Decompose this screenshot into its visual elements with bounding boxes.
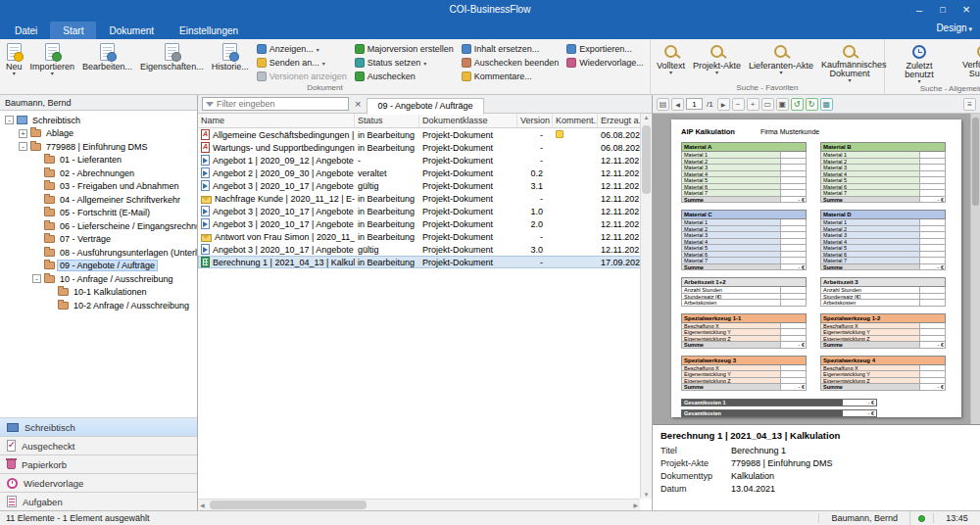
table-row[interactable]: Wartungs- und Supportbedingungen | - | A… (198, 141, 652, 154)
projekt-akte-suche-button[interactable]: Projekt-Akte (689, 40, 745, 83)
tree-item-07-vertraege[interactable]: 07 - Verträge (2, 233, 197, 247)
table-row[interactable]: Angebot 3 | 2020_10_17 | Angebote / Nach… (198, 205, 652, 217)
tree-item-05-fortschritt[interactable]: 05 - Fortschritt (E-Mail) (2, 207, 197, 220)
wiedervorlage-button[interactable]: Wiedervorlage... (566, 57, 644, 69)
tree-expander[interactable]: - (5, 116, 14, 124)
preview-menu-icon[interactable] (963, 98, 976, 111)
tree-item-06-lieferscheine[interactable]: 06 - Lieferscheine / Eingangsrechnungen (2, 219, 197, 233)
design-menu[interactable]: Design (936, 23, 972, 33)
rotate-left-icon[interactable] (791, 98, 804, 111)
minimize-button[interactable] (907, 0, 931, 19)
tree-expander[interactable]: + (19, 129, 27, 138)
scrollbar-thumb[interactable] (642, 125, 651, 194)
tree-item-09-angebote[interactable]: 09 - Angebote / Aufträge (2, 260, 197, 273)
tree-item-projekt-akte[interactable]: -779988 | Einführung DMS (2, 140, 197, 154)
tab-close-icon[interactable] (355, 98, 361, 110)
vertical-scrollbar[interactable] (640, 114, 652, 499)
sidebar-item-ausgecheckt[interactable]: Ausgecheckt (0, 436, 197, 454)
button-label: Inhalt ersetzen... (474, 44, 540, 54)
tree-item-04-schriftverkehr[interactable]: 04 - Allgemeiner Schriftverkehr (2, 193, 197, 207)
thumbnail-view-icon[interactable] (820, 98, 833, 111)
menu-tab-start[interactable]: Start (50, 22, 96, 39)
neu-button[interactable]: Neu (2, 40, 26, 83)
tree-item-01-lieferanten[interactable]: 01 - Lieferanten (2, 154, 197, 167)
exportieren-button[interactable]: Exportieren... (566, 43, 644, 55)
importieren-button[interactable]: Importieren (26, 40, 79, 83)
close-button[interactable] (955, 0, 978, 19)
scrollbar-thumb[interactable] (972, 118, 979, 206)
senden-an-button[interactable]: Senden an... (257, 57, 347, 69)
column-header-dokumentklasse[interactable]: Dokumentklasse (419, 114, 517, 127)
sidebar-item-papierkorb[interactable]: Papierkorb (0, 454, 197, 473)
scrollbar-thumb[interactable] (210, 501, 367, 509)
sidebar-item-aufgaben[interactable]: Aufgaben (0, 492, 197, 510)
table-row[interactable]: Nachfrage Kunde | 2020_11_12 | E-Mailin … (198, 192, 652, 205)
zoom-out-icon[interactable] (732, 98, 745, 111)
page-number-input[interactable] (686, 98, 703, 110)
table-row[interactable]: Angebot 3 | 2020_10_17 | Angebote / Nach… (198, 179, 652, 192)
tree-item-02-abrechnungen[interactable]: 02 - Abrechnungen (2, 167, 197, 180)
historie-button[interactable]: Historie... (208, 40, 253, 83)
table-row[interactable]: Angebot 3 | 2020_10_17 | Angebote / Nach… (198, 217, 652, 230)
zoom-in-icon[interactable] (747, 98, 760, 111)
scroll-up-icon[interactable] (641, 115, 652, 120)
list-toolbar: 09 - Angebote / Aufträge (198, 95, 652, 114)
lieferanten-akte-suche-button[interactable]: Lieferanten-Akte (745, 40, 817, 83)
print-icon[interactable] (657, 98, 669, 111)
status-setzen-button[interactable]: Status setzen (355, 57, 454, 69)
table-row[interactable]: Angebot 1 | 2020_09_12 | Angebote / Nach… (198, 154, 652, 167)
tree-item-10-1-kalkulationen[interactable]: 10-1 Kalkulationen (2, 286, 197, 300)
rotate-right-icon[interactable] (806, 98, 818, 111)
filter-input[interactable] (217, 99, 345, 109)
table-row-selected[interactable]: Berechnung 1 | 2021_04_13 | Kalkulationi… (198, 256, 652, 268)
ribbon-group-label: Suche - Favoriten (653, 83, 882, 94)
next-page-icon[interactable] (717, 98, 730, 111)
sidebar-item-wiedervorlage[interactable]: Wiedervorlage (0, 473, 197, 492)
inhalt-ersetzen-button[interactable]: Inhalt ersetzen... (462, 43, 560, 55)
tree-item-08-ausfuehrungsunterlagen[interactable]: 08 - Ausführungsunterlagen (Unterlagen d… (2, 246, 197, 260)
menu-bar: Datei Start Dokument Einstellungen Desig… (0, 19, 980, 39)
column-header-name[interactable]: Name (198, 114, 355, 127)
maximize-button[interactable] (931, 0, 955, 19)
preview-scrollbar[interactable] (970, 114, 980, 424)
scroll-left-icon[interactable] (200, 501, 205, 508)
menu-tab-datei[interactable]: Datei (2, 22, 50, 39)
tree-item-03-freigaben[interactable]: 03 - Freigaben und Abnahmen (2, 180, 197, 194)
column-header-status[interactable]: Status (355, 114, 419, 127)
table-row[interactable]: Allgemeine Geschäftsbedingungen | - | An… (198, 128, 652, 141)
tree-item-10-2-anfrage[interactable]: 10-2 Anfrage / Ausschreibung (2, 299, 197, 312)
eigenschaften-button[interactable]: Eigenschaften... (136, 40, 208, 83)
auschecken-beenden-button[interactable]: Auschecken beenden (462, 57, 560, 69)
anzeigen-button[interactable]: Anzeigen... (257, 43, 347, 55)
scroll-right-icon[interactable] (633, 501, 638, 508)
table-row[interactable]: Antwort von Frau Simon | 2020_11_12 | -i… (198, 230, 652, 243)
tab-angebote-auftraege[interactable]: 09 - Angebote / Aufträge (367, 98, 483, 115)
zuletzt-benutzt-button[interactable]: Zuletzt benutzt (887, 40, 952, 84)
volltext-suche-button[interactable]: Volltext (653, 40, 689, 83)
table-row[interactable]: Angebot 3 | 2020_10_17 | Angebote / Nach… (198, 243, 652, 256)
table-row[interactable]: Angebot 2 | 2020_09_30 | Angebote / Nach… (198, 167, 652, 179)
horizontal-scrollbar[interactable] (198, 499, 640, 510)
tree-item-ablage[interactable]: +Ablage (2, 127, 197, 141)
auschecken-button[interactable]: Auschecken (355, 71, 454, 82)
tree-item-10-anfrage[interactable]: -10 - Anfrage / Ausschreibung (2, 272, 197, 286)
kommentare-button[interactable]: Kommentare... (462, 71, 560, 82)
kaufmaennisches-dokument-suche-button[interactable]: Kaufmännisches Dokument (817, 40, 882, 83)
tree-item-label: Ablage (44, 128, 75, 138)
tree-expander[interactable]: - (32, 274, 41, 283)
tree-item-schreibtisch[interactable]: -Schreibtisch (2, 114, 197, 127)
column-header-version[interactable]: Version (517, 114, 553, 127)
menu-tab-einstellungen[interactable]: Einstellungen (167, 22, 251, 39)
sidebar-item-schreibtisch[interactable]: Schreibtisch (0, 417, 197, 436)
menu-tab-dokument[interactable]: Dokument (96, 22, 167, 39)
scroll-down-icon[interactable] (641, 492, 652, 498)
verfuegbare-suchen-button[interactable]: Verfügbare Suchen (952, 40, 980, 84)
fit-page-icon[interactable] (776, 98, 789, 111)
fit-width-icon[interactable] (761, 98, 774, 111)
previous-page-icon[interactable] (671, 98, 684, 111)
versionen-anzeigen-button[interactable]: Versionen anzeigen (257, 71, 347, 82)
majorversion-erstellen-button[interactable]: Majorversion erstellen (355, 43, 454, 55)
column-header-kommentar[interactable]: Komment... (553, 114, 598, 127)
bearbeiten-button[interactable]: Bearbeiten... (78, 40, 136, 83)
tree-expander[interactable]: - (19, 142, 27, 151)
